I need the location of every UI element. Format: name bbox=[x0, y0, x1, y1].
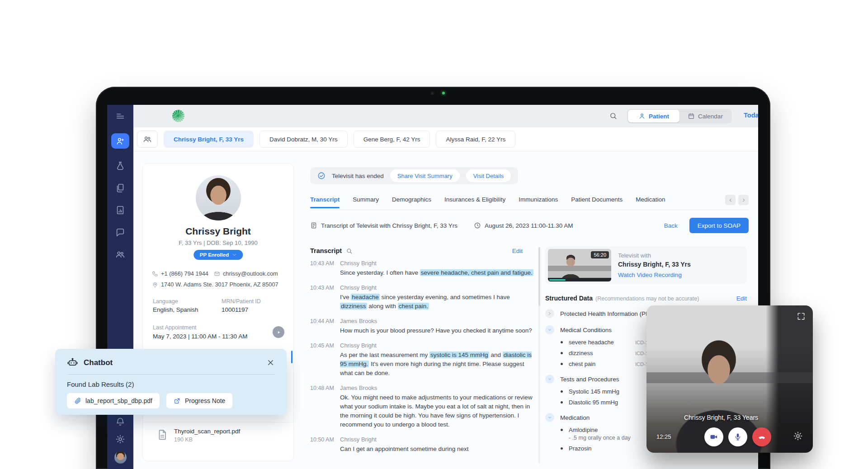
mrn-label: MRN/Patient ID bbox=[222, 298, 261, 305]
clock-icon bbox=[474, 222, 481, 229]
patient-tab[interactable]: Chrissy Bright, F, 33 Yrs bbox=[164, 131, 254, 148]
tab-insurances-eligibility[interactable]: Insurances & Eligibility bbox=[444, 196, 505, 208]
transcript-datetime: August 26, 2023 11:00-11.30 AM bbox=[485, 222, 573, 229]
patient-name: Chrissy Bright bbox=[143, 226, 293, 237]
tabs-prev-button[interactable] bbox=[725, 195, 736, 205]
section-label: Medication bbox=[560, 414, 590, 421]
section-label: Protected Health Information (PHI) bbox=[560, 310, 654, 317]
search-icon[interactable] bbox=[346, 248, 353, 254]
patient-view-button[interactable]: Patient bbox=[628, 110, 679, 122]
highlighted-term: systolic is 145 mmHg bbox=[429, 352, 489, 358]
document-row[interactable]: Thyroid_scan_report.pdf 190 KB bbox=[156, 428, 240, 443]
bullet bbox=[561, 341, 563, 343]
section-tabs: TranscriptSummaryDemographicsInsurances … bbox=[310, 195, 749, 210]
calendar-view-button[interactable]: Calendar bbox=[679, 110, 731, 122]
export-to-soap-button[interactable]: Export to SOAP bbox=[689, 218, 749, 233]
televisit-status: Televisit has ended bbox=[332, 173, 384, 179]
transcript-heading: Transcript bbox=[310, 247, 342, 254]
people-icon bbox=[143, 135, 152, 144]
edit-structured-data-button[interactable]: Edit bbox=[736, 295, 747, 302]
tabs-next-button[interactable] bbox=[738, 195, 749, 205]
mrn-value: 10001197 bbox=[222, 306, 261, 313]
camera-toggle-button[interactable] bbox=[704, 427, 723, 446]
lab-flask-icon[interactable] bbox=[115, 161, 125, 171]
end-call-button[interactable] bbox=[752, 427, 771, 446]
bullet bbox=[561, 429, 563, 431]
televisit-banner: Televisit has ended Share Visit Summary … bbox=[310, 167, 518, 184]
video-label: Televisit with bbox=[618, 252, 691, 259]
play-icon bbox=[276, 329, 282, 335]
mic-toggle-button[interactable] bbox=[728, 427, 747, 446]
calendar-view-label: Calendar bbox=[698, 113, 723, 120]
app-logo-icon bbox=[172, 110, 184, 122]
search-icon[interactable] bbox=[609, 112, 618, 120]
tab-medication[interactable]: Medication bbox=[636, 196, 665, 208]
chevron-down-icon bbox=[545, 375, 554, 384]
paperclip-icon bbox=[74, 397, 81, 404]
fullscreen-icon[interactable] bbox=[797, 312, 806, 321]
transcript-title: Transcript of Televisit with Chrissy Bri… bbox=[321, 222, 458, 229]
bullet bbox=[561, 352, 563, 354]
chevron-down-icon bbox=[545, 325, 554, 334]
patient-meta: F, 33 Yrs | DOB: Sep 10, 1990 bbox=[143, 239, 293, 246]
item-name: Prazosin bbox=[569, 445, 635, 452]
message-speaker: Chrissy Bright bbox=[340, 436, 468, 443]
transcript-message: 10:44 AMJames BrooksHow much is your blo… bbox=[310, 318, 537, 335]
tab-demographics[interactable]: Demographics bbox=[392, 196, 431, 208]
divider bbox=[143, 422, 293, 422]
settings-icon[interactable] bbox=[115, 434, 125, 444]
tab-immunizations[interactable]: Immunizations bbox=[519, 196, 558, 208]
share-visit-summary-button[interactable]: Share Visit Summary bbox=[390, 169, 460, 182]
patient-add-icon[interactable] bbox=[111, 133, 129, 149]
video-thumbnail[interactable]: 56:20 bbox=[548, 249, 611, 281]
call-settings-gear-icon[interactable] bbox=[793, 431, 803, 441]
patient-tab[interactable]: Alyssa Raid, F, 22 Yrs bbox=[436, 131, 515, 148]
message-speaker: Chrissy Bright bbox=[340, 284, 535, 291]
message-time: 10:43 AM bbox=[310, 284, 339, 311]
people-icon[interactable] bbox=[115, 249, 125, 259]
document-icon bbox=[310, 222, 317, 229]
item-name: chest pain bbox=[569, 361, 635, 367]
today-dropdown[interactable]: Today bbox=[744, 112, 758, 119]
chatbot-title: Chatbot bbox=[84, 358, 113, 367]
tab-patient-documents[interactable]: Patient Documents bbox=[571, 196, 623, 208]
visit-details-button[interactable]: Visit Details bbox=[466, 169, 511, 182]
message-text: Ok. You might need to make adjustments t… bbox=[340, 393, 535, 429]
chat-icon[interactable] bbox=[115, 227, 125, 237]
edit-transcript-button[interactable]: Edit bbox=[512, 248, 523, 254]
bullet bbox=[561, 390, 563, 393]
highlighted-term: chest pain. bbox=[398, 303, 429, 310]
section-label: Medical Conditions bbox=[560, 327, 612, 333]
bell-icon[interactable] bbox=[115, 417, 125, 427]
report-icon[interactable] bbox=[115, 205, 125, 215]
back-button[interactable]: Back bbox=[664, 222, 678, 229]
tab-transcript[interactable]: Transcript bbox=[310, 196, 340, 208]
patient-tab[interactable]: David Dobratz, M, 30 Yrs bbox=[259, 131, 348, 148]
end-call-icon bbox=[757, 432, 766, 441]
user-avatar[interactable] bbox=[114, 451, 127, 464]
location-pin-icon bbox=[152, 281, 158, 288]
video-call-overlay: Chrissy Bright, F, 33 Years 12:25 bbox=[646, 305, 813, 453]
documents-icon[interactable] bbox=[115, 183, 125, 193]
message-text: As per the last measurement my systolic … bbox=[340, 351, 535, 378]
language-value: English, Spanish bbox=[153, 306, 222, 313]
webcam-led bbox=[442, 92, 445, 94]
transcript-scrollbar[interactable] bbox=[538, 247, 540, 464]
call-timer: 12:25 bbox=[656, 433, 671, 440]
webcam-icon bbox=[430, 91, 434, 95]
card-scrollbar[interactable] bbox=[291, 351, 292, 363]
patient-switch-icon[interactable] bbox=[137, 131, 158, 148]
chevron-right-icon bbox=[545, 309, 554, 318]
play-recording-button[interactable] bbox=[273, 326, 284, 338]
chatbot-attachment-button[interactable]: Progress Note bbox=[166, 393, 232, 408]
watch-video-recording-link[interactable]: Watch Video Recording bbox=[618, 272, 691, 278]
sidebar-top-icons bbox=[111, 111, 129, 259]
close-icon[interactable] bbox=[266, 358, 275, 367]
chatbot-attachment-button[interactable]: lab_report_sbp_dbp.pdf bbox=[67, 393, 160, 408]
patient-tab[interactable]: Gene Berg, F, 42 Yrs bbox=[354, 131, 430, 148]
pp-enrolled-badge[interactable]: PP Enrolled bbox=[193, 250, 243, 260]
message-time: 10:50 AM bbox=[310, 436, 339, 454]
highlighted-term: headache bbox=[351, 294, 379, 300]
menu-icon[interactable] bbox=[115, 111, 125, 121]
tab-summary[interactable]: Summary bbox=[353, 196, 379, 208]
